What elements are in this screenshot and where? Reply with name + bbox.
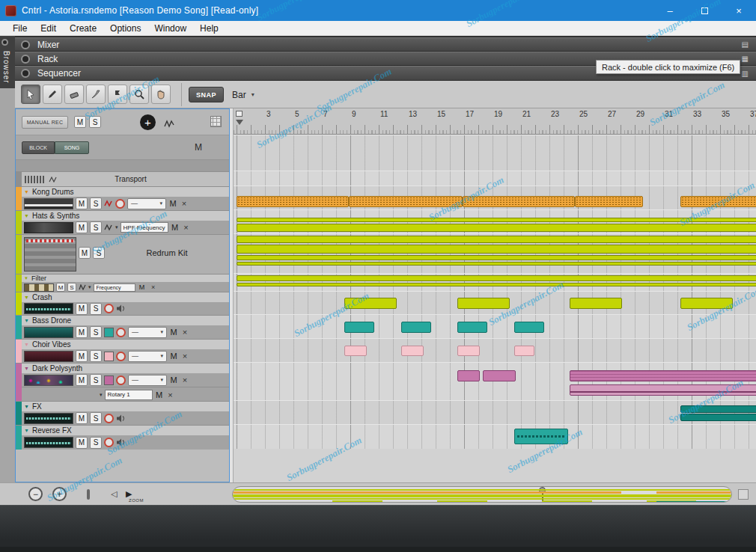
speaker-icon[interactable] <box>116 438 126 447</box>
clip-redrum-kit[interactable] <box>237 255 756 260</box>
solo-button[interactable]: S <box>90 303 102 315</box>
device-thumbnail[interactable] <box>24 303 73 314</box>
mute-button[interactable]: M <box>76 303 88 315</box>
song-mode-button[interactable]: SONG <box>55 141 89 154</box>
add-track-button[interactable]: + <box>140 114 156 130</box>
clip-kong-drums[interactable] <box>349 196 463 207</box>
record-arm-button[interactable] <box>116 352 126 361</box>
mixer-panel-bar[interactable]: Mixer ▤ <box>15 37 756 52</box>
track-color-chip[interactable] <box>104 352 114 361</box>
track-hats-synths[interactable]: ▼Hats & Synths M S ▾ HPF Frequency M × <box>16 210 229 234</box>
clip-kong-drums[interactable] <box>237 196 349 207</box>
clip-crash[interactable] <box>680 298 733 309</box>
track-color-chip[interactable] <box>104 328 114 337</box>
device-thumbnail[interactable] <box>24 283 54 292</box>
clip-bass-drone[interactable] <box>457 322 487 333</box>
magnify-tool-button[interactable] <box>129 85 149 104</box>
lane-filter[interactable] <box>234 273 756 291</box>
clip-choir-vibes[interactable] <box>401 346 424 356</box>
track-crash[interactable]: ▼Crash M S <box>16 292 229 315</box>
menu-file[interactable]: File <box>6 22 34 35</box>
device-thumbnail[interactable] <box>24 222 73 233</box>
fold-arrow-icon[interactable]: ▼ <box>24 213 29 218</box>
chevron-down-icon[interactable]: ▾ <box>100 392 103 398</box>
track-color-chip[interactable] <box>104 375 114 385</box>
clip-choir-vibes[interactable] <box>514 346 534 356</box>
clip-kong-drums[interactable] <box>680 196 756 207</box>
param-selector[interactable]: —▾ <box>128 351 167 362</box>
lane-mute-button[interactable]: M <box>171 223 180 232</box>
clip-crash[interactable] <box>344 298 397 309</box>
lane-crash[interactable] <box>234 291 756 314</box>
clip-filter[interactable] <box>237 283 756 286</box>
automation-icon[interactable] <box>79 284 86 290</box>
lane-close-button[interactable]: × <box>180 199 189 208</box>
clip-redrum-kit[interactable] <box>237 245 756 254</box>
lane-fx[interactable] <box>234 400 756 424</box>
lane-close-button[interactable]: × <box>180 375 189 384</box>
clip-kong-drums[interactable] <box>463 196 575 207</box>
solo-button[interactable]: S <box>90 197 102 209</box>
lane-transport[interactable] <box>234 171 756 185</box>
vertical-zoom-handle[interactable] <box>87 489 90 500</box>
menu-edit[interactable]: Edit <box>34 22 63 35</box>
lane-mute-button[interactable]: M <box>169 328 178 337</box>
fold-arrow-icon[interactable]: ▼ <box>24 295 29 300</box>
device-thumbnail[interactable] <box>24 327 73 338</box>
lane-close-button[interactable]: × <box>180 328 189 337</box>
automation-lane-rotary[interactable]: ▾ Rotary 1 M × <box>22 387 229 402</box>
browser-tab[interactable]: Browser <box>0 36 15 88</box>
device-thumbnail[interactable] <box>24 351 73 362</box>
manual-rec-button[interactable]: MANUAL REC <box>22 116 68 129</box>
record-arm-button[interactable] <box>104 304 114 313</box>
snap-toggle-button[interactable]: SNAP <box>189 87 224 102</box>
lane-close-button[interactable]: × <box>180 352 189 361</box>
fold-arrow-icon[interactable]: ▼ <box>24 428 29 433</box>
solo-button[interactable]: S <box>90 221 102 233</box>
clip-hats-synths[interactable] <box>237 224 756 232</box>
selection-tool-button[interactable] <box>21 85 40 104</box>
mute-button[interactable]: M <box>76 437 88 449</box>
solo-button[interactable]: S <box>90 374 102 386</box>
lane-choir-vibes[interactable] <box>234 338 756 362</box>
clip-dark-polysynth[interactable] <box>570 384 756 396</box>
menu-create[interactable]: Create <box>63 22 103 35</box>
track-choir-vibes[interactable]: ▼Choir Vibes M S —▾ M × <box>16 339 229 363</box>
minimize-button[interactable]: – <box>653 0 687 21</box>
mute-tool-button[interactable] <box>108 85 127 104</box>
clip-dark-polysynth[interactable] <box>570 370 756 381</box>
automation-icon[interactable] <box>104 224 113 231</box>
automation-param-box[interactable]: Rotary 1 <box>105 390 153 400</box>
menu-help[interactable]: Help <box>193 22 225 35</box>
mute-button[interactable]: M <box>76 221 88 233</box>
solo-button[interactable]: S <box>90 350 102 362</box>
lane-mute-button[interactable]: M <box>168 199 177 208</box>
lane-mute-button[interactable]: M <box>138 283 147 291</box>
snap-value-dropdown[interactable]: Bar ▾ <box>232 87 254 102</box>
clip-fx[interactable] <box>680 405 756 413</box>
lane-close-button[interactable]: × <box>149 283 158 291</box>
clip-dark-polysynth[interactable] <box>483 370 516 381</box>
mute-button[interactable]: M <box>76 374 88 386</box>
rack-icon[interactable]: ▦ <box>742 55 749 63</box>
close-button[interactable]: × <box>722 0 756 21</box>
device-thumbnail[interactable] <box>24 375 73 386</box>
sequencer-fold-button[interactable] <box>21 69 30 78</box>
sequencer-icon[interactable]: ▥ <box>742 70 749 78</box>
automation-param-box[interactable]: Frequency <box>94 283 135 292</box>
track-fx[interactable]: ▼FX M S <box>16 401 229 425</box>
left-locator-flag[interactable] <box>236 111 243 117</box>
param-selector[interactable]: —▾ <box>128 327 167 338</box>
maximize-button[interactable] <box>687 0 722 21</box>
clip-bass-drone[interactable] <box>401 322 431 333</box>
lane-close-button[interactable]: × <box>182 223 191 232</box>
lane-mute-button[interactable]: M <box>155 390 164 399</box>
grid-edit-icon[interactable] <box>210 116 222 127</box>
device-thumbnail[interactable] <box>24 198 73 209</box>
rack-fold-button[interactable] <box>21 55 30 64</box>
clip-fx[interactable] <box>680 414 756 421</box>
collapse-left-icon[interactable]: ◁ <box>111 489 117 499</box>
lane-mute-button[interactable]: M <box>169 375 178 384</box>
menu-options[interactable]: Options <box>103 22 147 35</box>
clip-kong-drums[interactable] <box>575 196 643 207</box>
